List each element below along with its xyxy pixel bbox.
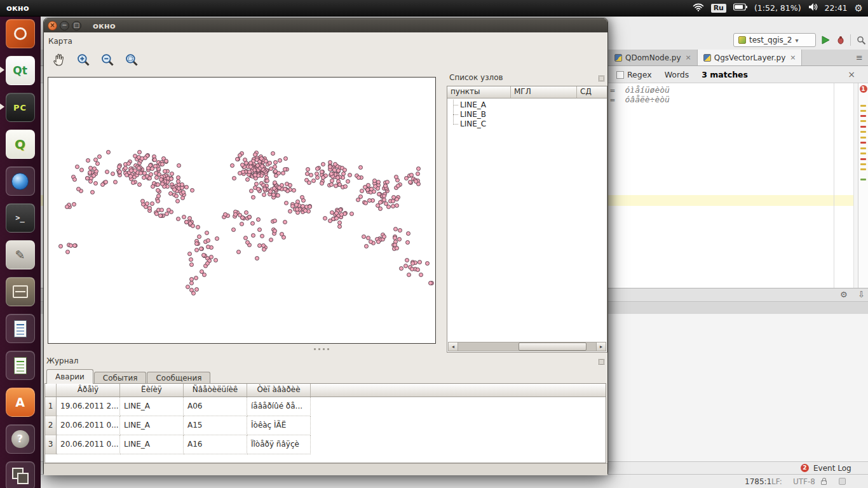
- stripe-mark[interactable]: [860, 131, 866, 133]
- nodes-column-header[interactable]: СД: [577, 86, 606, 98]
- close-icon[interactable]: ×: [686, 53, 691, 62]
- pan-tool-icon[interactable]: [50, 51, 67, 67]
- horizontal-scrollbar[interactable]: ◂ ▸: [448, 342, 606, 351]
- theme-toggle-icon[interactable]: [839, 478, 846, 485]
- battery-status[interactable]: (1:52, 81%): [754, 3, 801, 13]
- table-row[interactable]: 119.06.2011 2...LINE_AA06íåâåðíûé ðå...: [45, 397, 606, 416]
- line-separator-indicator[interactable]: LF:: [771, 477, 782, 486]
- dock-float-button[interactable]: [599, 76, 604, 81]
- nodes-column-header[interactable]: МГЛ: [511, 86, 577, 98]
- log-tab-1[interactable]: События: [94, 372, 147, 384]
- run-config-select[interactable]: test_qgis_2 ▾: [733, 33, 816, 47]
- stripe-mark[interactable]: [860, 115, 866, 117]
- table-cell[interactable]: 20.06.2011 0...: [57, 435, 120, 454]
- table-row[interactable]: 220.06.2011 0...LINE_AA15Îòêàç ÌÃË: [45, 416, 606, 435]
- tree-item-2[interactable]: LINE_C: [447, 119, 607, 129]
- battery-icon[interactable]: [733, 3, 747, 13]
- table-cell[interactable]: A16: [184, 435, 247, 454]
- log-column-header[interactable]: Ëèíèÿ: [120, 384, 184, 396]
- regex-option[interactable]: Regex: [616, 70, 652, 79]
- launcher-dash-home-icon[interactable]: [6, 19, 35, 48]
- stripe-mark[interactable]: [860, 110, 866, 112]
- table-cell[interactable]: LINE_A: [120, 397, 184, 416]
- log-tab-2[interactable]: Сообщения: [147, 372, 210, 384]
- panel-app-name[interactable]: окно: [6, 3, 29, 13]
- table-cell[interactable]: íåâåðíûé ðå...: [247, 397, 311, 416]
- stripe-mark[interactable]: [860, 137, 866, 139]
- stripe-mark[interactable]: [860, 158, 866, 160]
- run-button[interactable]: [820, 34, 831, 46]
- debug-icon[interactable]: [835, 34, 846, 46]
- window-titlebar[interactable]: × − □ окно: [44, 18, 607, 32]
- session-gear-icon[interactable]: ⚙: [855, 3, 863, 14]
- launcher-help-icon[interactable]: ?: [6, 424, 35, 454]
- regex-checkbox[interactable]: [616, 71, 624, 79]
- splitter-handle[interactable]: [314, 348, 329, 350]
- scroll-left-button[interactable]: ◂: [448, 342, 458, 351]
- words-option[interactable]: Words: [665, 70, 689, 79]
- scroll-right-button[interactable]: ▸: [596, 342, 606, 351]
- stripe-mark[interactable]: [860, 120, 866, 122]
- launcher-writer-icon[interactable]: [6, 314, 35, 343]
- close-icon[interactable]: ×: [790, 53, 796, 62]
- stripe-mark[interactable]: [860, 105, 866, 107]
- table-cell[interactable]: A15: [184, 416, 247, 435]
- table-cell[interactable]: LINE_A: [120, 416, 184, 435]
- launcher-software-center-icon[interactable]: A: [6, 388, 35, 417]
- editor-scrollbar[interactable]: [853, 83, 858, 288]
- hide-tool-window-icon[interactable]: ⇩: [858, 290, 865, 299]
- close-button[interactable]: ×: [48, 21, 57, 30]
- stripe-mark[interactable]: [860, 126, 866, 128]
- stripe-mark[interactable]: [860, 147, 866, 149]
- search-everywhere-icon[interactable]: [855, 34, 867, 46]
- log-column-header[interactable]: [45, 384, 57, 396]
- log-column-header[interactable]: Âðåìÿ: [57, 384, 120, 396]
- tree-item-0[interactable]: LINE_A: [447, 100, 607, 110]
- stripe-mark[interactable]: [860, 179, 866, 180]
- gear-icon[interactable]: ⚙: [840, 290, 848, 299]
- tree-item-1[interactable]: LINE_B: [447, 110, 607, 119]
- log-tab-0[interactable]: Аварии: [46, 369, 93, 384]
- launcher-pycharm-icon[interactable]: PC: [6, 93, 35, 122]
- table-cell[interactable]: 19.06.2011 2...: [57, 397, 120, 416]
- keyboard-layout-indicator[interactable]: Ru: [711, 4, 726, 13]
- nodes-column-header[interactable]: пункты: [447, 86, 511, 98]
- table-row[interactable]: 320.06.2011 0...LINE_AA16Ïîòåðÿ ñâÿçè: [45, 435, 606, 454]
- event-log-button[interactable]: Event Log: [813, 464, 851, 473]
- scrollbar-track[interactable]: [458, 342, 596, 351]
- clock[interactable]: 22:41: [825, 3, 848, 13]
- launcher-workspace-switcher-icon[interactable]: [6, 461, 35, 488]
- stripe-mark[interactable]: [860, 163, 866, 165]
- error-count-badge[interactable]: 1: [860, 85, 867, 93]
- launcher-terminal-icon[interactable]: >_: [6, 203, 35, 233]
- map-canvas[interactable]: [48, 77, 436, 344]
- zoom-out-tool-icon[interactable]: [98, 51, 116, 67]
- launcher-calc-icon[interactable]: [6, 351, 35, 380]
- table-cell[interactable]: Ïîòåðÿ ñâÿçè: [247, 435, 311, 454]
- volume-icon[interactable]: [808, 3, 818, 13]
- table-cell[interactable]: A06: [184, 397, 247, 416]
- log-column-header[interactable]: Ñâåòèëüíèê: [184, 384, 247, 396]
- caret-position[interactable]: 1785:1: [745, 477, 771, 486]
- stripe-mark[interactable]: [860, 142, 866, 144]
- launcher-qgis-icon[interactable]: Q: [6, 130, 35, 159]
- launcher-text-editor-icon[interactable]: ✎: [6, 240, 35, 269]
- dock-float-button[interactable]: [599, 359, 604, 365]
- editor-tab-0[interactable]: QDomNode.py×: [609, 50, 698, 65]
- minimize-button[interactable]: −: [60, 21, 69, 30]
- scrollbar-thumb[interactable]: [519, 342, 586, 351]
- zoom-full-tool-icon[interactable]: [123, 51, 140, 67]
- table-cell[interactable]: Îòêàç ÌÃË: [247, 416, 311, 435]
- network-icon[interactable]: [693, 3, 704, 13]
- launcher-file-drawer-icon[interactable]: [6, 277, 35, 306]
- lock-icon[interactable]: [821, 480, 827, 485]
- tab-list-menu-icon[interactable]: ≡: [856, 53, 863, 62]
- launcher-chromium-icon[interactable]: [6, 166, 35, 196]
- table-cell[interactable]: LINE_A: [120, 435, 184, 454]
- encoding-indicator[interactable]: UTF-8: [793, 477, 815, 486]
- maximize-button[interactable]: □: [72, 21, 81, 30]
- launcher-qt-icon[interactable]: Qt: [6, 56, 35, 85]
- editor-tab-1[interactable]: QgsVectorLayer.py×: [698, 50, 803, 65]
- stripe-mark[interactable]: [860, 168, 866, 170]
- stripe-mark[interactable]: [860, 152, 866, 154]
